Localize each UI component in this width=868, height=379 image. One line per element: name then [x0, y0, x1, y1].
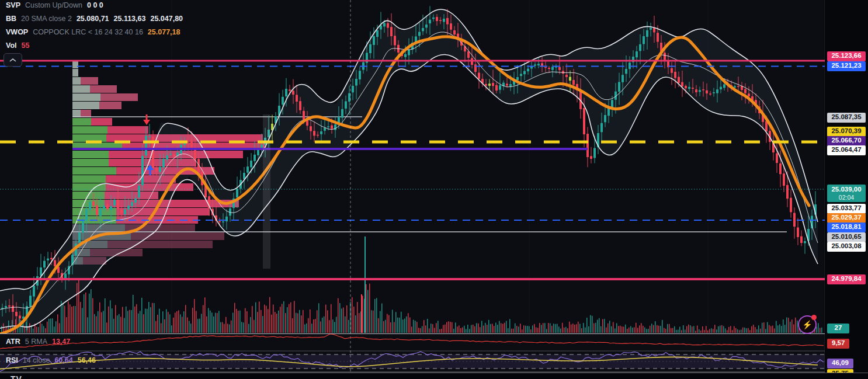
legend-text: 5 RMA — [25, 338, 47, 346]
chart-canvas[interactable] — [0, 0, 868, 379]
price-label: 24.979,84 — [827, 274, 866, 284]
volume-profile-bar — [72, 110, 81, 117]
atr-line — [0, 334, 824, 349]
volume-profile-bar — [72, 77, 81, 85]
legend-row-2[interactable]: VWOPCOPPOCK LRC < 16 24 32 40 1625.077,1… — [6, 28, 185, 36]
price-scale[interactable]: 25.123,6625.121,2325.087,3525.070,3925.0… — [825, 0, 868, 379]
price-label: 25.087,35 — [827, 113, 866, 123]
legend-text: ATR — [6, 338, 20, 346]
main-pane — [0, 0, 825, 372]
price-label: 46,09 — [827, 359, 853, 368]
tradingview-logo[interactable]: TV — [11, 374, 22, 379]
legend-text: 25.080,71 — [77, 15, 109, 23]
chevron-up-icon — [9, 58, 16, 62]
legend-text: 14 close — [23, 356, 50, 364]
volume-profile-bar — [72, 175, 106, 183]
atr-legend[interactable]: ATR5 RMA13,47 — [6, 338, 75, 346]
volume-profile-bar — [72, 93, 100, 101]
volume-spike — [361, 294, 362, 333]
price-label: 9,57 — [827, 339, 849, 349]
legend-text: Custom Up/Down — [25, 1, 82, 9]
price-label: 25.033,77 — [827, 204, 866, 214]
lightning-glyph: ⚡ — [802, 320, 812, 329]
sell-arrow-icon — [143, 114, 150, 125]
legend-text: 0 0 0 — [87, 1, 103, 9]
legend-text: VWOP — [6, 28, 28, 36]
volume-profile-bar — [72, 167, 116, 175]
price-label: 25.064,47 — [827, 145, 866, 155]
flash-icon[interactable]: ⚡ — [798, 315, 817, 334]
legend-text: 56,46 — [78, 356, 96, 364]
volume-profile-bar — [90, 85, 117, 93]
volume-profile-bar — [107, 126, 148, 134]
volume-profile-bar — [72, 118, 91, 126]
legend-text: 25.047,80 — [150, 15, 183, 23]
legend-text: BB — [6, 15, 16, 23]
price-label: 25.066,70 — [827, 136, 866, 146]
price-label: 25.121,23 — [827, 61, 866, 71]
legend-text: 55 — [22, 41, 30, 50]
legend-text: 20 SMA close 2 — [21, 15, 72, 23]
notification-dot — [811, 315, 817, 320]
trading-chart-window: SVPCustom Up/Down0 0 0BB20 SMA close 225… — [0, 0, 868, 379]
legend-row-0[interactable]: SVPCustom Up/Down0 0 0 — [6, 1, 108, 9]
volume-spike — [364, 237, 366, 333]
legend-text: 25.077,18 — [148, 28, 180, 36]
price-label: 25.123,66 — [827, 51, 866, 61]
volume-profile-bar — [72, 151, 109, 158]
legend-text: RSI — [6, 356, 18, 364]
price-label: 25.029,37 — [827, 213, 866, 223]
time-axis-strip[interactable]: TV — [0, 373, 868, 379]
volume-profile-bar — [72, 159, 109, 166]
legend-text: SVP — [6, 1, 20, 9]
volume-profile-bar — [72, 126, 107, 134]
legend-row-3[interactable]: Vol55 — [6, 41, 34, 50]
legend-row-1[interactable]: BB20 SMA close 225.080,7125.113,6325.047… — [6, 15, 188, 23]
price-label: 25.003,08 — [827, 242, 866, 252]
price-label: 25.018,81 — [827, 222, 866, 232]
rsi-legend[interactable]: RSI14 close60,6456,46 — [6, 356, 100, 364]
volume-profile-bar — [81, 77, 98, 85]
price-label: 25.070,39 — [827, 127, 866, 137]
price-label: 27 — [827, 324, 849, 333]
legend-text: Vol — [6, 41, 17, 50]
volume-profile-bar — [100, 93, 138, 101]
volume-profile-bar — [99, 102, 121, 109]
legend-text: 60,64 — [54, 356, 72, 364]
legend-text: 25.113,63 — [114, 15, 146, 23]
volume-profile-bar — [81, 110, 91, 117]
legend-text: 13,47 — [52, 338, 70, 346]
price-label: 25.039,0002:04 — [827, 185, 866, 202]
legend-collapse-button[interactable] — [4, 53, 22, 67]
highlight-band — [263, 114, 270, 269]
volume-profile-bar — [72, 69, 78, 77]
volume-profile-bar — [72, 85, 90, 93]
volume-profile-bar — [72, 61, 78, 68]
legend-text: COPPOCK LRC < 16 24 32 40 16 — [33, 28, 143, 36]
volume-profile-bar — [72, 102, 99, 109]
price-label: 25.010,65 — [827, 232, 866, 242]
volume-profile-bar — [91, 118, 112, 126]
